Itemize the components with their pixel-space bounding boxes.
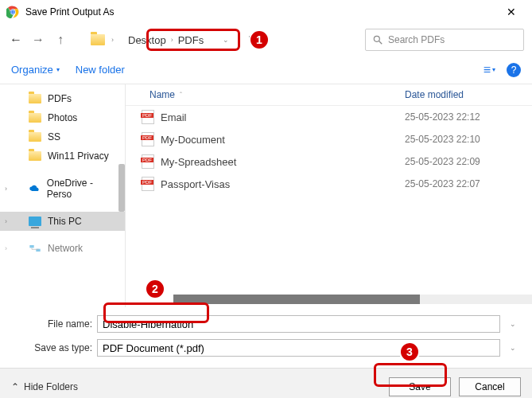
- sidebar-item-pdfs[interactable]: PDFs: [0, 89, 125, 108]
- search-placeholder: Search PDFs: [388, 34, 445, 45]
- chevron-up-icon: ⌃: [11, 381, 19, 392]
- up-icon[interactable]: ↑: [52, 33, 68, 47]
- file-row[interactable]: My-Document25-05-2023 22:10: [126, 128, 532, 150]
- save-button[interactable]: Save: [389, 377, 451, 396]
- sidebar-item-network[interactable]: ›Network: [0, 239, 125, 258]
- chevron-right-icon: ›: [171, 36, 173, 44]
- breadcrumb-current[interactable]: PDFs: [178, 34, 204, 46]
- pdf-icon: [142, 154, 154, 169]
- sidebar-item-win11privacy[interactable]: Win11 Privacy: [0, 146, 125, 166]
- chevron-right-icon[interactable]: ›: [5, 185, 7, 193]
- column-date[interactable]: Date modified: [405, 89, 532, 100]
- breadcrumb[interactable]: Desktop › PDFs: [120, 33, 212, 48]
- filename-input[interactable]: Disable-Hibernation: [97, 315, 500, 333]
- column-name[interactable]: Name: [150, 89, 175, 100]
- pdf-icon: [142, 177, 154, 191]
- pdf-icon: [142, 110, 154, 124]
- svg-point-3: [11, 10, 14, 14]
- saveas-select[interactable]: PDF Document (*.pdf): [97, 339, 500, 357]
- onedrive-icon: [29, 184, 41, 193]
- svg-point-4: [374, 36, 379, 41]
- chevron-down-icon[interactable]: ⌄: [218, 36, 234, 44]
- forward-icon[interactable]: →: [30, 33, 46, 47]
- chevron-down-icon[interactable]: ⌄: [505, 320, 521, 328]
- file-row[interactable]: My-Spreadsheet25-05-2023 22:09: [126, 150, 532, 173]
- save-form: File name: Disable-Hibernation ⌄ Save as…: [0, 307, 532, 368]
- file-row[interactable]: Email25-05-2023 22:12: [126, 106, 532, 128]
- chevron-right-icon: ›: [111, 36, 114, 44]
- folder-icon: [91, 34, 105, 45]
- sidebar-item-ss[interactable]: SS: [0, 127, 125, 146]
- folder-icon: [29, 132, 41, 142]
- folder-icon: [29, 151, 41, 161]
- pdf-icon: [142, 132, 154, 146]
- saveas-label: Save as type:: [11, 342, 92, 353]
- refresh-icon[interactable]: ↻: [245, 33, 261, 46]
- chrome-icon: [6, 6, 19, 18]
- titlebar: Save Print Output As ✕: [0, 0, 532, 24]
- organize-menu[interactable]: Organize▾: [11, 64, 60, 76]
- toolbar: Organize▾ New folder ≡ ▾ ?: [0, 56, 532, 84]
- chevron-right-icon[interactable]: ›: [5, 244, 7, 252]
- back-icon[interactable]: ←: [8, 33, 24, 47]
- help-icon[interactable]: ?: [507, 63, 521, 77]
- sidebar-item-thispc[interactable]: ›This PC: [0, 212, 125, 231]
- chevron-right-icon[interactable]: ›: [5, 217, 7, 225]
- nav-row: ← → ↑ › Desktop › PDFs ⌄ ↻ Search PDFs: [0, 24, 532, 56]
- network-icon: [29, 244, 41, 253]
- folder-icon: [29, 94, 41, 103]
- window-title: Save Print Output As: [25, 6, 497, 18]
- horizontal-scrollbar[interactable]: [173, 295, 532, 304]
- new-folder-button[interactable]: New folder: [76, 64, 125, 76]
- cancel-button[interactable]: Cancel: [459, 377, 521, 396]
- close-icon[interactable]: ✕: [497, 2, 526, 21]
- search-input[interactable]: Search PDFs: [365, 29, 524, 51]
- sidebar-item-onedrive[interactable]: ›OneDrive - Perso: [0, 174, 125, 204]
- breadcrumb-parent[interactable]: Desktop: [128, 34, 166, 46]
- view-options-button[interactable]: ≡ ▾: [483, 63, 495, 77]
- sidebar-item-photos[interactable]: Photos: [0, 108, 125, 127]
- bottom-bar: ⌃Hide Folders Save Cancel: [0, 368, 532, 398]
- search-icon: [372, 34, 383, 45]
- file-list: Name ˆ Date modified Email25-05-2023 22:…: [126, 84, 532, 307]
- pc-icon: [29, 217, 41, 226]
- sort-asc-icon: ˆ: [180, 91, 182, 99]
- chevron-down-icon[interactable]: ⌄: [505, 344, 521, 352]
- file-row[interactable]: Passport-Visas25-05-2023 22:07: [126, 173, 532, 195]
- svg-line-5: [379, 41, 382, 45]
- hide-folders-toggle[interactable]: ⌃Hide Folders: [11, 381, 78, 392]
- folder-icon: [29, 113, 41, 123]
- column-headers[interactable]: Name ˆ Date modified: [126, 84, 532, 106]
- svg-rect-6: [29, 245, 33, 248]
- sidebar: PDFs Photos SS Win11 Privacy ›OneDrive -…: [0, 84, 126, 307]
- filename-label: File name:: [11, 318, 92, 330]
- sidebar-scrollbar[interactable]: [118, 164, 125, 212]
